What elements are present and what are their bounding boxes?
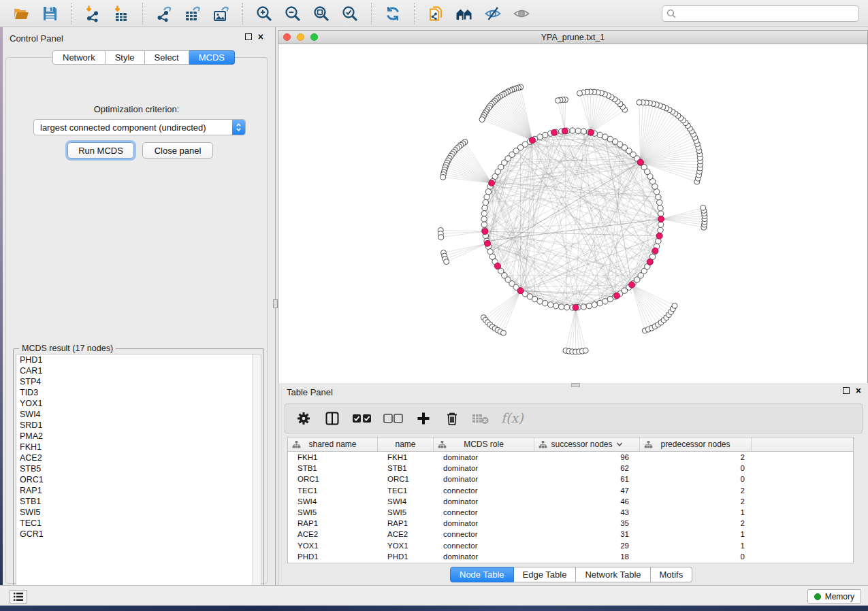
cell-predecessor-nodes[interactable]: 2	[640, 486, 752, 495]
column-header-predecessor-nodes[interactable]: predecessor nodes	[640, 437, 752, 451]
cell-predecessor-nodes[interactable]: 1	[640, 530, 752, 538]
mcds-result-item[interactable]: STB1	[16, 496, 261, 507]
add-row-button[interactable]	[415, 408, 432, 429]
graph-node[interactable]	[581, 129, 586, 134]
graph-hub-node[interactable]	[637, 159, 643, 165]
graph-node[interactable]	[657, 199, 662, 205]
cell-name[interactable]: PHD1	[378, 552, 434, 561]
graph-node[interactable]	[701, 205, 706, 210]
refresh-button[interactable]	[379, 3, 407, 24]
column-header-name[interactable]: name	[378, 437, 434, 451]
graph-hub-node[interactable]	[588, 129, 594, 135]
table-row[interactable]: TEC1TEC1connector472	[288, 485, 853, 496]
mcds-result-item[interactable]: CAR1	[16, 365, 261, 376]
graph-hub-node[interactable]	[482, 229, 488, 235]
mcds-result-item[interactable]: TID3	[16, 387, 261, 398]
cell-predecessor-nodes[interactable]: 2	[640, 519, 752, 527]
graph-node[interactable]	[483, 199, 488, 205]
export-network-button[interactable]	[150, 3, 178, 24]
neighbors-button[interactable]	[450, 3, 479, 24]
search-input[interactable]	[662, 5, 859, 22]
graph-hub-node[interactable]	[647, 259, 653, 265]
run-mcds-button[interactable]: Run MCDS	[67, 142, 134, 159]
table-row[interactable]: RAP1RAP1dominator352	[288, 518, 853, 529]
graph-node[interactable]	[482, 205, 487, 211]
graph-node[interactable]	[553, 303, 558, 309]
cell-shared-name[interactable]: ORC1	[288, 475, 378, 483]
mcds-result-item[interactable]: RAP1	[16, 485, 261, 496]
graph-hub-node[interactable]	[517, 288, 524, 294]
graph-node[interactable]	[484, 195, 489, 200]
mcds-result-item[interactable]: FKH1	[16, 442, 261, 452]
save-button[interactable]	[35, 3, 64, 24]
cell-shared-name[interactable]: STB1	[288, 464, 378, 472]
cell-name[interactable]: FKH1	[378, 453, 434, 461]
cell-shared-name[interactable]: SWI5	[288, 508, 378, 516]
divider-handle[interactable]	[273, 299, 278, 308]
table-row[interactable]: SWI4SWI4dominator462	[288, 496, 853, 507]
graph-hub-node[interactable]	[652, 248, 658, 254]
mcds-result-item[interactable]: STP4	[16, 376, 261, 387]
graph-node[interactable]	[543, 132, 548, 137]
node-table[interactable]: shared namenameMCDS rolesuccessor nodesp…	[287, 437, 854, 563]
cell-MCDS-role[interactable]: connector	[434, 508, 534, 516]
cell-MCDS-role[interactable]: connector	[434, 530, 534, 538]
graph-hub-node[interactable]	[551, 129, 558, 135]
zoom-out-button[interactable]	[278, 3, 307, 24]
cell-successor-nodes[interactable]: 46	[534, 497, 640, 506]
network-view-canvas[interactable]	[278, 44, 868, 383]
column-header-shared-name[interactable]: shared name	[288, 437, 378, 451]
cell-successor-nodes[interactable]: 47	[534, 486, 640, 495]
graph-node[interactable]	[548, 302, 553, 308]
graph-node[interactable]	[479, 117, 485, 122]
clone-network-button[interactable]	[421, 3, 450, 24]
cell-shared-name[interactable]: ACE2	[288, 530, 378, 538]
zoom-in-button[interactable]	[250, 3, 278, 24]
network-graph[interactable]	[278, 44, 867, 382]
cell-successor-nodes[interactable]: 62	[534, 464, 640, 472]
graph-node[interactable]	[481, 222, 487, 227]
cell-name[interactable]: STB1	[378, 464, 434, 472]
float-panel-icon[interactable]	[245, 33, 252, 40]
mcds-result-item[interactable]: TEC1	[16, 518, 261, 529]
graph-node[interactable]	[583, 348, 588, 353]
close-panel-button[interactable]: Close panel	[142, 142, 213, 159]
close-table-panel-icon[interactable]: ×	[856, 387, 861, 394]
export-table-button[interactable]	[178, 3, 207, 24]
mcds-result-item[interactable]: SWI5	[16, 507, 261, 518]
cell-MCDS-role[interactable]: dominator	[434, 464, 534, 472]
graph-node[interactable]	[658, 205, 663, 211]
mcds-result-scrollbar[interactable]	[252, 354, 261, 598]
graph-hub-node[interactable]	[614, 293, 620, 299]
graph-hub-node[interactable]	[573, 304, 579, 310]
graph-hub-node[interactable]	[494, 263, 500, 269]
graph-node[interactable]	[602, 134, 608, 139]
cell-predecessor-nodes[interactable]: 1	[640, 508, 752, 516]
export-image-button[interactable]	[207, 3, 236, 24]
cell-MCDS-role[interactable]: dominator	[434, 475, 534, 483]
graph-node[interactable]	[438, 235, 444, 240]
cell-MCDS-role[interactable]: dominator	[434, 552, 534, 561]
graph-node[interactable]	[559, 304, 564, 310]
table-row[interactable]: YOX1YOX1connector291	[288, 540, 853, 551]
table-row[interactable]: ORC1ORC1dominator610	[288, 474, 853, 484]
mcds-result-item[interactable]: PHD1	[16, 354, 261, 365]
float-table-panel-icon[interactable]	[843, 387, 850, 394]
cell-successor-nodes[interactable]: 18	[534, 552, 640, 561]
show-all-button[interactable]	[507, 3, 536, 24]
memory-button[interactable]: Memory	[807, 589, 861, 604]
graph-node[interactable]	[592, 302, 597, 308]
graph-hub-node[interactable]	[530, 137, 536, 144]
mcds-result-item[interactable]: GCR1	[16, 529, 261, 540]
close-panel-icon[interactable]: ×	[258, 33, 263, 40]
graph-node[interactable]	[658, 227, 663, 233]
cell-name[interactable]: YOX1	[378, 542, 434, 550]
graph-hub-node[interactable]	[562, 128, 568, 134]
graph-node[interactable]	[654, 189, 659, 195]
cell-name[interactable]: SWI5	[378, 508, 434, 516]
tab-network-table[interactable]: Network Table	[576, 567, 650, 582]
graph-node[interactable]	[656, 195, 661, 200]
optimization-criterion-dropdown[interactable]: largest connected component (undirected)	[33, 119, 246, 135]
tab-select[interactable]: Select	[145, 50, 189, 65]
graph-node[interactable]	[555, 98, 560, 103]
